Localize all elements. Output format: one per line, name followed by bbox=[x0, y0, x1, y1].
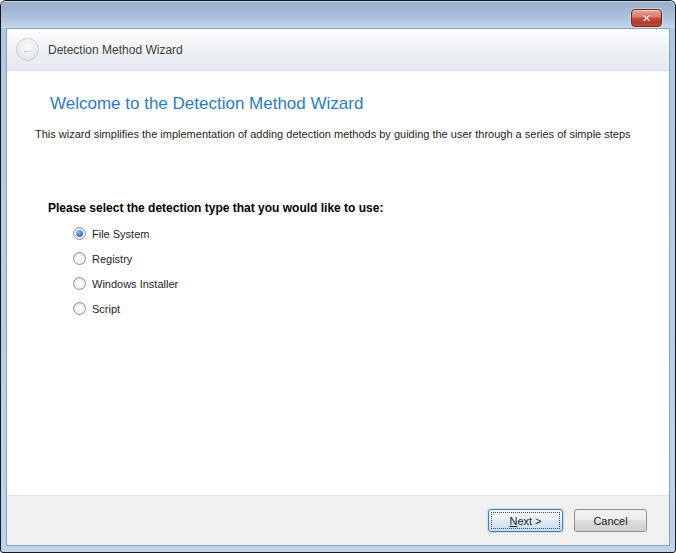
close-button[interactable]: ✕ bbox=[631, 9, 662, 27]
wizard-content: Welcome to the Detection Method Wizard T… bbox=[7, 71, 669, 495]
option-label[interactable]: Windows Installer bbox=[92, 278, 178, 290]
back-arrow-icon: ← bbox=[21, 42, 34, 57]
wizard-description: This wizard simplifies the implementatio… bbox=[35, 128, 631, 140]
detection-type-options: File System Registry Windows Installer S… bbox=[73, 221, 178, 321]
option-label[interactable]: File System bbox=[92, 228, 149, 240]
welcome-heading: Welcome to the Detection Method Wizard bbox=[50, 94, 363, 114]
dialog-body: ← Detection Method Wizard Welcome to the… bbox=[6, 28, 670, 546]
radio-windows-installer[interactable] bbox=[73, 277, 86, 290]
button-bar: Next > Cancel bbox=[7, 495, 669, 545]
radio-script[interactable] bbox=[73, 302, 86, 315]
wizard-header: ← Detection Method Wizard bbox=[7, 29, 669, 71]
titlebar: ✕ bbox=[1, 1, 675, 28]
radio-file-system[interactable] bbox=[73, 227, 86, 240]
close-icon: ✕ bbox=[642, 12, 651, 24]
option-label[interactable]: Registry bbox=[92, 253, 132, 265]
detection-type-prompt: Please select the detection type that yo… bbox=[48, 201, 383, 215]
wizard-window: ✕ ← Detection Method Wizard Welcome to t… bbox=[0, 0, 676, 553]
wizard-header-title: Detection Method Wizard bbox=[48, 43, 183, 57]
next-button[interactable]: Next > bbox=[488, 509, 563, 532]
back-button[interactable]: ← bbox=[16, 38, 39, 61]
radio-registry[interactable] bbox=[73, 252, 86, 265]
cancel-button[interactable]: Cancel bbox=[574, 509, 647, 532]
option-file-system[interactable]: File System bbox=[73, 221, 178, 246]
option-windows-installer[interactable]: Windows Installer bbox=[73, 271, 178, 296]
option-label[interactable]: Script bbox=[92, 303, 120, 315]
next-button-label-rest: ext > bbox=[517, 515, 541, 527]
option-script[interactable]: Script bbox=[73, 296, 178, 321]
option-registry[interactable]: Registry bbox=[73, 246, 178, 271]
